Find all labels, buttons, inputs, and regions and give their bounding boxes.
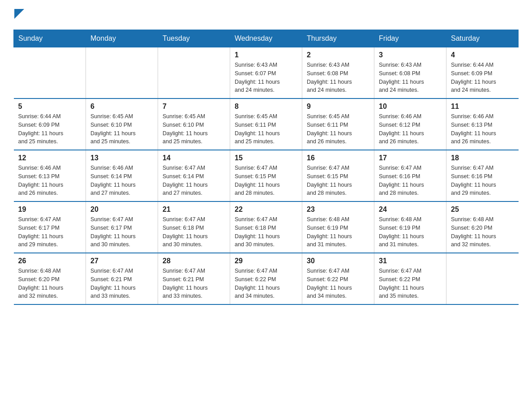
page-header [13,9,519,21]
header-cell-monday: Monday [86,30,158,47]
calendar-table: SundayMondayTuesdayWednesdayThursdayFrid… [13,30,519,305]
day-cell: 15Sunrise: 6:47 AMSunset: 6:15 PMDayligh… [230,150,302,201]
day-number: 23 [307,206,369,214]
day-info: Sunrise: 6:43 AMSunset: 6:07 PMDaylight:… [235,61,297,94]
day-number: 14 [163,154,225,162]
day-cell: 24Sunrise: 6:48 AMSunset: 6:19 PMDayligh… [374,201,446,253]
header-cell-friday: Friday [374,30,446,47]
day-cell: 21Sunrise: 6:47 AMSunset: 6:18 PMDayligh… [158,201,230,253]
day-info: Sunrise: 6:46 AMSunset: 6:13 PMDaylight:… [18,164,82,197]
day-number: 17 [379,154,442,162]
day-info: Sunrise: 6:48 AMSunset: 6:20 PMDaylight:… [18,267,82,300]
header-cell-tuesday: Tuesday [158,30,230,47]
day-number: 24 [379,206,442,214]
day-cell: 13Sunrise: 6:46 AMSunset: 6:14 PMDayligh… [86,150,158,201]
day-info: Sunrise: 6:47 AMSunset: 6:15 PMDaylight:… [307,164,369,197]
day-info: Sunrise: 6:47 AMSunset: 6:18 PMDaylight:… [163,215,225,249]
day-info: Sunrise: 6:47 AMSunset: 6:22 PMDaylight:… [307,267,369,300]
day-cell: 22Sunrise: 6:47 AMSunset: 6:18 PMDayligh… [230,201,302,253]
day-number: 20 [90,206,153,214]
day-info: Sunrise: 6:47 AMSunset: 6:17 PMDaylight:… [18,215,82,249]
day-info: Sunrise: 6:45 AMSunset: 6:10 PMDaylight:… [163,112,225,146]
day-number: 8 [235,103,297,111]
day-number: 27 [90,257,153,265]
day-number: 10 [379,103,442,111]
calendar-header: SundayMondayTuesdayWednesdayThursdayFrid… [14,30,519,47]
day-cell: 26Sunrise: 6:48 AMSunset: 6:20 PMDayligh… [14,253,86,304]
day-number: 9 [307,103,369,111]
day-cell: 5Sunrise: 6:44 AMSunset: 6:09 PMDaylight… [14,98,86,150]
day-cell: 31Sunrise: 6:47 AMSunset: 6:22 PMDayligh… [374,253,446,304]
day-info: Sunrise: 6:47 AMSunset: 6:16 PMDaylight:… [451,164,514,197]
header-cell-saturday: Saturday [446,30,519,47]
svg-marker-0 [14,9,24,19]
week-row-1: 1Sunrise: 6:43 AMSunset: 6:07 PMDaylight… [14,47,519,99]
day-number: 28 [163,257,225,265]
day-cell: 9Sunrise: 6:45 AMSunset: 6:11 PMDaylight… [302,98,374,150]
day-cell: 7Sunrise: 6:45 AMSunset: 6:10 PMDaylight… [158,98,230,150]
day-number: 5 [18,103,82,111]
logo-arrow-icon [14,9,24,19]
day-cell: 11Sunrise: 6:46 AMSunset: 6:13 PMDayligh… [446,98,519,150]
day-info: Sunrise: 6:45 AMSunset: 6:10 PMDaylight:… [90,112,153,146]
day-cell: 17Sunrise: 6:47 AMSunset: 6:16 PMDayligh… [374,150,446,201]
day-number: 21 [163,206,225,214]
logo [13,9,24,21]
header-row: SundayMondayTuesdayWednesdayThursdayFrid… [14,30,519,47]
day-number: 26 [18,257,82,265]
day-number: 7 [163,103,225,111]
day-cell [158,47,230,99]
day-info: Sunrise: 6:47 AMSunset: 6:16 PMDaylight:… [379,164,442,197]
day-info: Sunrise: 6:45 AMSunset: 6:11 PMDaylight:… [235,112,297,146]
day-info: Sunrise: 6:46 AMSunset: 6:12 PMDaylight:… [379,112,442,146]
day-number: 25 [451,206,514,214]
day-cell: 2Sunrise: 6:43 AMSunset: 6:08 PMDaylight… [302,47,374,99]
day-info: Sunrise: 6:44 AMSunset: 6:09 PMDaylight:… [18,112,82,146]
day-info: Sunrise: 6:44 AMSunset: 6:09 PMDaylight:… [451,61,514,94]
day-info: Sunrise: 6:43 AMSunset: 6:08 PMDaylight:… [307,61,369,94]
day-cell: 12Sunrise: 6:46 AMSunset: 6:13 PMDayligh… [14,150,86,201]
day-number: 6 [90,103,153,111]
week-row-2: 5Sunrise: 6:44 AMSunset: 6:09 PMDaylight… [14,98,519,150]
day-info: Sunrise: 6:47 AMSunset: 6:15 PMDaylight:… [235,164,297,197]
day-cell: 4Sunrise: 6:44 AMSunset: 6:09 PMDaylight… [446,47,519,99]
day-info: Sunrise: 6:47 AMSunset: 6:17 PMDaylight:… [90,215,153,249]
day-number: 31 [379,257,442,265]
day-info: Sunrise: 6:48 AMSunset: 6:19 PMDaylight:… [379,215,442,249]
day-info: Sunrise: 6:45 AMSunset: 6:11 PMDaylight:… [307,112,369,146]
day-number: 16 [307,154,369,162]
day-cell [446,253,519,304]
header-cell-wednesday: Wednesday [230,30,302,47]
day-cell: 28Sunrise: 6:47 AMSunset: 6:21 PMDayligh… [158,253,230,304]
week-row-5: 26Sunrise: 6:48 AMSunset: 6:20 PMDayligh… [14,253,519,304]
day-cell: 14Sunrise: 6:47 AMSunset: 6:14 PMDayligh… [158,150,230,201]
day-number: 15 [235,154,297,162]
day-cell: 20Sunrise: 6:47 AMSunset: 6:17 PMDayligh… [86,201,158,253]
day-cell [14,47,86,99]
day-number: 18 [451,154,514,162]
day-cell: 19Sunrise: 6:47 AMSunset: 6:17 PMDayligh… [14,201,86,253]
day-cell: 10Sunrise: 6:46 AMSunset: 6:12 PMDayligh… [374,98,446,150]
day-cell: 29Sunrise: 6:47 AMSunset: 6:22 PMDayligh… [230,253,302,304]
day-info: Sunrise: 6:47 AMSunset: 6:22 PMDaylight:… [379,267,442,300]
day-number: 12 [18,154,82,162]
day-cell: 16Sunrise: 6:47 AMSunset: 6:15 PMDayligh… [302,150,374,201]
day-number: 4 [451,51,514,59]
day-number: 19 [18,206,82,214]
day-info: Sunrise: 6:48 AMSunset: 6:19 PMDaylight:… [307,215,369,249]
day-number: 13 [90,154,153,162]
day-info: Sunrise: 6:47 AMSunset: 6:18 PMDaylight:… [235,215,297,249]
day-number: 29 [235,257,297,265]
day-cell: 6Sunrise: 6:45 AMSunset: 6:10 PMDaylight… [86,98,158,150]
day-info: Sunrise: 6:43 AMSunset: 6:08 PMDaylight:… [379,61,442,94]
week-row-3: 12Sunrise: 6:46 AMSunset: 6:13 PMDayligh… [14,150,519,201]
day-info: Sunrise: 6:47 AMSunset: 6:22 PMDaylight:… [235,267,297,300]
day-cell: 23Sunrise: 6:48 AMSunset: 6:19 PMDayligh… [302,201,374,253]
header-cell-sunday: Sunday [14,30,86,47]
calendar-body: 1Sunrise: 6:43 AMSunset: 6:07 PMDaylight… [14,47,519,305]
week-row-4: 19Sunrise: 6:47 AMSunset: 6:17 PMDayligh… [14,201,519,253]
day-cell [86,47,158,99]
day-number: 22 [235,206,297,214]
day-cell: 25Sunrise: 6:48 AMSunset: 6:20 PMDayligh… [446,201,519,253]
day-cell: 18Sunrise: 6:47 AMSunset: 6:16 PMDayligh… [446,150,519,201]
